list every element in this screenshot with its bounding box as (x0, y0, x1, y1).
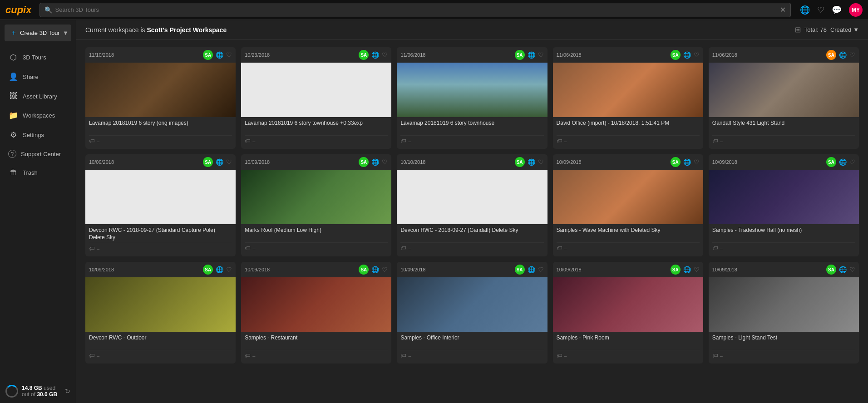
card-tags: 🏷 – (245, 242, 388, 254)
sidebar-label-share: Share (23, 74, 39, 80)
globe-card-icon[interactable]: 🌐 (839, 158, 847, 166)
sidebar-label-asset-library: Asset Library (23, 93, 57, 100)
globe-card-icon[interactable]: 🌐 (216, 266, 223, 273)
globe-card-icon[interactable]: 🌐 (216, 51, 223, 59)
heart-card-icon[interactable]: ♡ (226, 51, 232, 59)
heart-card-icon[interactable]: ♡ (226, 266, 232, 273)
app-logo: cupix (5, 4, 31, 16)
sidebar-item-trash[interactable]: 🗑 Trash (2, 163, 74, 182)
heart-card-icon[interactable]: ♡ (226, 158, 232, 166)
card-header: 10/23/2018 SA 🌐 ♡ (241, 47, 391, 63)
sidebar-item-asset-library[interactable]: 🖼 Asset Library (2, 87, 74, 105)
globe-card-icon[interactable]: 🌐 (371, 51, 379, 59)
sidebar-item-settings[interactable]: ⚙ Settings (2, 126, 74, 144)
card-thumbnail (397, 63, 547, 117)
heart-card-icon[interactable]: ♡ (849, 51, 855, 59)
card-footer: Marks Roof (Medium Low High) 🏷 – (241, 224, 391, 256)
heart-card-icon[interactable]: ♡ (538, 158, 544, 166)
heart-icon[interactable]: ♡ (817, 5, 824, 15)
tour-card[interactable]: 10/09/2018 SA 🌐 ♡ Samples - Wave Machine… (553, 154, 703, 256)
globe-card-icon[interactable]: 🌐 (371, 158, 379, 166)
globe-card-icon[interactable]: 🌐 (216, 158, 223, 166)
heart-card-icon[interactable]: ♡ (538, 266, 544, 273)
globe-icon[interactable]: 🌐 (800, 5, 810, 15)
tour-card[interactable]: 10/10/2018 SA 🌐 ♡ Devcon RWC - 2018-09-2… (397, 154, 547, 256)
card-icons: SA 🌐 ♡ (826, 50, 855, 60)
heart-card-icon[interactable]: ♡ (694, 51, 700, 59)
tour-card[interactable]: 10/09/2018 SA 🌐 ♡ Devcon RWC - 2018-09-2… (85, 154, 236, 256)
search-icon: 🔍 (44, 6, 52, 14)
create-3d-tour-button[interactable]: ＋ Create 3D Tour ▼ (5, 25, 71, 41)
tour-card[interactable]: 11/06/2018 SA 🌐 ♡ David Office (import) … (553, 47, 703, 149)
card-title: Samples - Light Stand Test (712, 334, 855, 348)
main-layout: ＋ Create 3D Tour ▼ ⬡ 3D Tours 👤 Share 🖼 … (0, 20, 868, 403)
tour-card[interactable]: 10/09/2018 SA 🌐 ♡ Samples - Restaurant 🏷… (241, 262, 391, 364)
heart-card-icon[interactable]: ♡ (382, 266, 388, 273)
tour-card[interactable]: 10/09/2018 SA 🌐 ♡ Devcon RWC - Outdoor 🏷… (85, 262, 236, 364)
heart-card-icon[interactable]: ♡ (382, 51, 388, 59)
globe-card-icon[interactable]: 🌐 (683, 51, 691, 59)
sort-label: Created (830, 26, 851, 33)
card-tags: 🏷 – (245, 350, 388, 362)
card-icons: SA 🌐 ♡ (515, 265, 544, 275)
sidebar-item-support[interactable]: ? Support Center (2, 145, 74, 162)
user-badge: SA (359, 265, 369, 275)
sidebar-item-share[interactable]: 👤 Share (2, 68, 74, 86)
tour-card[interactable]: 10/09/2018 SA 🌐 ♡ Marks Roof (Medium Low… (241, 154, 391, 256)
tag-icon: 🏷 (89, 138, 95, 144)
globe-card-icon[interactable]: 🌐 (528, 51, 535, 59)
card-grid-scroll[interactable]: 11/10/2018 SA 🌐 ♡ Lavamap 20181019 6 sto… (76, 40, 868, 403)
card-tags: 🏷 – (89, 350, 232, 362)
grid-view-icon[interactable]: ⊞ (795, 25, 801, 34)
settings-icon: ⚙ (8, 130, 18, 140)
sort-button[interactable]: Created ▼ (830, 26, 859, 33)
clear-search-button[interactable]: ✕ (780, 5, 786, 14)
tour-card[interactable]: 10/09/2018 SA 🌐 ♡ Samples - Office Inter… (397, 262, 547, 364)
tag-value: – (564, 353, 567, 359)
sidebar-item-3d-tours[interactable]: ⬡ 3D Tours (2, 48, 74, 67)
card-date: 10/09/2018 (557, 159, 582, 165)
globe-card-icon[interactable]: 🌐 (528, 158, 535, 166)
globe-card-icon[interactable]: 🌐 (683, 266, 691, 273)
tour-card[interactable]: 11/06/2018 SA 🌐 ♡ Gandalf Style 431 Ligh… (709, 47, 859, 149)
sidebar-item-workspaces[interactable]: 📁 Workspaces (2, 106, 74, 125)
card-date: 11/06/2018 (557, 52, 582, 58)
tour-card[interactable]: 10/09/2018 SA 🌐 ♡ Samples - Pink Room 🏷 … (553, 262, 703, 364)
user-badge: SA (203, 265, 213, 275)
tag-icon: 🏷 (557, 245, 562, 251)
globe-card-icon[interactable]: 🌐 (839, 51, 847, 59)
tour-card[interactable]: 11/06/2018 SA 🌐 ♡ Lavamap 20181019 6 sto… (397, 47, 547, 149)
search-input[interactable] (55, 6, 780, 13)
user-badge: SA (359, 50, 369, 60)
heart-card-icon[interactable]: ♡ (382, 158, 388, 166)
sidebar-label-workspaces: Workspaces (23, 112, 55, 119)
user-avatar[interactable]: MY (849, 3, 863, 17)
card-date: 10/09/2018 (89, 159, 114, 165)
card-thumbnail (397, 170, 547, 224)
tag-value: – (564, 138, 567, 144)
tag-icon: 🏷 (245, 352, 251, 359)
heart-card-icon[interactable]: ♡ (538, 51, 544, 59)
card-footer: Lavamap 20181019 6 story (orig images) 🏷… (85, 117, 236, 149)
tour-card[interactable]: 11/10/2018 SA 🌐 ♡ Lavamap 20181019 6 sto… (85, 47, 236, 149)
tag-icon: 🏷 (245, 245, 251, 251)
tour-card[interactable]: 10/09/2018 SA 🌐 ♡ Samples - Tradeshow Ha… (709, 154, 859, 256)
globe-card-icon[interactable]: 🌐 (683, 158, 691, 166)
card-thumbnail (241, 63, 391, 117)
card-header: 11/06/2018 SA 🌐 ♡ (397, 47, 547, 63)
tour-card[interactable]: 10/09/2018 SA 🌐 ♡ Samples - Light Stand … (709, 262, 859, 364)
refresh-icon[interactable]: ↻ (65, 388, 70, 395)
tag-icon: 🏷 (400, 138, 406, 144)
globe-card-icon[interactable]: 🌐 (528, 266, 535, 273)
message-icon[interactable]: 💬 (832, 5, 842, 15)
heart-card-icon[interactable]: ♡ (849, 158, 855, 166)
heart-card-icon[interactable]: ♡ (849, 266, 855, 273)
tour-card[interactable]: 10/23/2018 SA 🌐 ♡ Lavamap 20181019 6 sto… (241, 47, 391, 149)
card-title: Devcon RWC - Outdoor (89, 334, 232, 348)
heart-card-icon[interactable]: ♡ (694, 158, 700, 166)
globe-card-icon[interactable]: 🌐 (839, 266, 847, 273)
heart-card-icon[interactable]: ♡ (694, 266, 700, 273)
card-date: 10/09/2018 (712, 159, 737, 165)
globe-card-icon[interactable]: 🌐 (371, 266, 379, 273)
card-date: 11/10/2018 (89, 52, 114, 58)
